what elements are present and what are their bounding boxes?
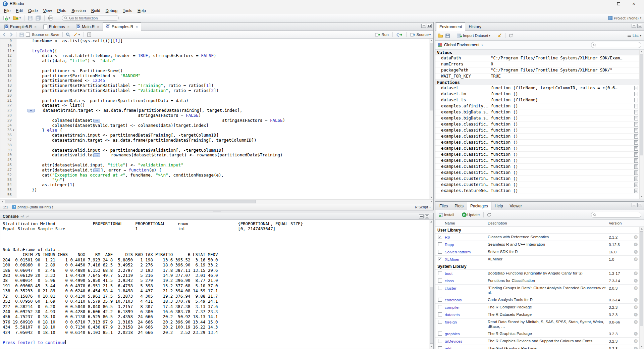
- open-file-button[interactable]: ▾: [12, 15, 21, 21]
- code-editor[interactable]: 9 funcName <- as.list(sys.call())[[1]]10…: [0, 39, 433, 199]
- remove-package-icon[interactable]: ✕: [634, 279, 638, 283]
- scrollbar-thumb[interactable]: [640, 54, 643, 155]
- env-row[interactable]: dataPath"C:/Program Files/Frontline Syst…: [435, 55, 639, 61]
- editor-tab-example5-r[interactable]: RExample5.R×: [1, 22, 40, 31]
- menu-code[interactable]: Code: [25, 8, 41, 14]
- menu-debug[interactable]: Debug: [103, 8, 120, 14]
- scrollbar-thumb[interactable]: [430, 43, 433, 110]
- refresh-icon[interactable]: [487, 212, 491, 217]
- menu-plots[interactable]: Plots: [55, 8, 69, 14]
- package-loaded-checkbox[interactable]: [438, 286, 442, 290]
- remove-package-icon[interactable]: ✕: [634, 286, 638, 290]
- package-name-link[interactable]: XLMiner: [445, 257, 488, 262]
- scroll-up-icon[interactable]: [429, 220, 433, 224]
- save-button[interactable]: [27, 15, 33, 21]
- package-loaded-checkbox[interactable]: [438, 312, 442, 316]
- remove-package-icon[interactable]: ✕: [634, 298, 638, 302]
- back-icon[interactable]: [2, 33, 7, 37]
- scroll-up-icon[interactable]: [429, 39, 433, 43]
- menu-build[interactable]: Build: [89, 8, 103, 14]
- menu-tools[interactable]: Tools: [120, 8, 135, 14]
- new-file-button[interactable]: ▾: [2, 15, 11, 21]
- package-loaded-checkbox[interactable]: ✓: [438, 257, 442, 261]
- package-name-link[interactable]: datasets: [445, 312, 488, 317]
- view-source-icon[interactable]: [633, 104, 639, 108]
- remove-package-icon[interactable]: ✕: [634, 250, 638, 254]
- environment-vertical-scrollbar[interactable]: [639, 50, 644, 199]
- scrollbar-thumb[interactable]: [640, 231, 643, 326]
- horizontal-splitter[interactable]: [0, 210, 434, 213]
- source-button[interactable]: Source ▾: [410, 32, 431, 37]
- save-workspace-icon[interactable]: [445, 34, 450, 38]
- env-row[interactable]: examples.classific…function (): [435, 146, 639, 152]
- code-tools-button[interactable]: ▾: [72, 32, 80, 37]
- env-row[interactable]: examples.bigData.s…function (): [435, 115, 639, 121]
- package-loaded-checkbox[interactable]: [438, 320, 442, 324]
- maximize-window-icon[interactable]: [611, 0, 626, 7]
- view-source-icon[interactable]: [633, 134, 639, 139]
- rerun-button[interactable]: [396, 32, 403, 37]
- editor-tab-main-r[interactable]: RMain.R×: [73, 22, 102, 31]
- remove-package-icon[interactable]: ✕: [634, 243, 638, 246]
- clear-workspace-broom-icon[interactable]: [497, 33, 502, 38]
- remove-package-icon[interactable]: ✕: [634, 332, 638, 336]
- run-button[interactable]: Run: [374, 32, 389, 37]
- package-loaded-checkbox[interactable]: [438, 346, 442, 349]
- package-name-link[interactable]: foreign: [445, 320, 488, 325]
- view-source-icon[interactable]: [633, 86, 639, 90]
- env-row[interactable]: examples.classific…function (): [435, 152, 639, 158]
- save-all-button[interactable]: [35, 15, 42, 21]
- package-name-link[interactable]: Rcpp: [445, 242, 488, 247]
- column-name[interactable]: Name: [445, 221, 488, 225]
- project-selector[interactable]: Project: (None) ▾: [608, 16, 642, 20]
- console-body[interactable]: Stratification Method PROPORTIONAL PROPO…: [0, 220, 433, 349]
- menu-help[interactable]: Help: [135, 8, 149, 14]
- editor-tab-examples-r[interactable]: RExamples.R×: [103, 22, 141, 31]
- view-source-icon[interactable]: [633, 116, 639, 120]
- package-loaded-checkbox[interactable]: [438, 339, 442, 343]
- tab-history[interactable]: History: [465, 22, 484, 31]
- env-row[interactable]: examples.clusterin…function (): [435, 182, 639, 188]
- view-source-icon[interactable]: [633, 189, 639, 193]
- editor-tab-r-demos[interactable]: R demos×: [40, 22, 73, 31]
- tab-environment[interactable]: Environment: [436, 22, 465, 31]
- package-name-link[interactable]: R6: [445, 235, 488, 240]
- env-row[interactable]: dataset.tmfunction (): [435, 91, 639, 97]
- go-to-directory-icon[interactable]: [26, 214, 30, 218]
- open-environment-icon[interactable]: [438, 33, 443, 38]
- package-name-link[interactable]: boot: [445, 271, 488, 276]
- remove-package-icon[interactable]: ✕: [634, 347, 638, 349]
- remove-package-icon[interactable]: ✕: [634, 339, 638, 343]
- close-tab-icon[interactable]: ×: [136, 25, 138, 29]
- remove-package-icon[interactable]: ✕: [634, 320, 638, 324]
- view-source-icon[interactable]: [633, 92, 639, 96]
- minimize-window-icon[interactable]: [596, 0, 611, 7]
- env-row[interactable]: dataset.tsfunction (fileName): [435, 97, 639, 103]
- view-source-icon[interactable]: [633, 122, 639, 127]
- column-version[interactable]: Version: [609, 221, 632, 225]
- scroll-down-icon[interactable]: [640, 345, 644, 349]
- package-name-link[interactable]: grid: [445, 346, 488, 349]
- view-source-icon[interactable]: [633, 183, 639, 187]
- view-source-icon[interactable]: [633, 158, 639, 163]
- tab-packages[interactable]: Packages: [467, 202, 491, 210]
- save-icon[interactable]: [19, 33, 24, 37]
- remove-package-icon[interactable]: ✕: [634, 257, 638, 261]
- refresh-icon[interactable]: [508, 33, 513, 38]
- env-row[interactable]: examples.classific…function (): [435, 140, 639, 146]
- env-row[interactable]: datasetfunction (fileName, targetColumnI…: [435, 85, 639, 91]
- tab-viewer[interactable]: Viewer: [506, 202, 525, 210]
- environment-scope-selector[interactable]: Global Environment: [444, 43, 479, 47]
- scrollbar-thumb[interactable]: [5, 200, 256, 203]
- column-description[interactable]: Description: [488, 221, 609, 225]
- folded-code-icon[interactable]: ↔: [93, 153, 100, 157]
- scrollbar-thumb[interactable]: [430, 287, 433, 344]
- minimize-pane-icon[interactable]: [419, 214, 424, 218]
- editor-vertical-scrollbar[interactable]: [429, 39, 433, 199]
- close-window-icon[interactable]: ✕: [626, 0, 641, 7]
- package-name-link[interactable]: graphics: [445, 332, 488, 336]
- package-loaded-checkbox[interactable]: [438, 242, 442, 246]
- maximize-pane-icon[interactable]: [425, 214, 429, 218]
- maximize-pane-icon[interactable]: [427, 24, 432, 28]
- packages-vertical-scrollbar[interactable]: [639, 227, 644, 349]
